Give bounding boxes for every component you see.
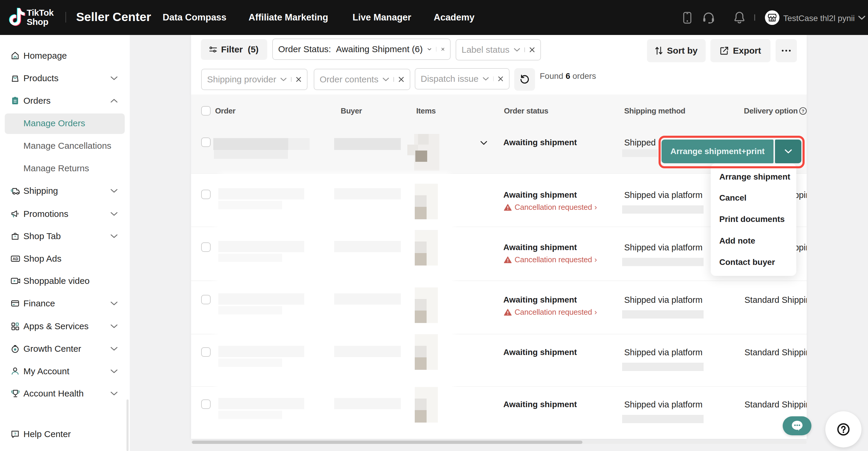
svg-text:?: ? — [14, 432, 16, 436]
svg-text:?: ? — [802, 109, 804, 114]
svg-text:AD: AD — [13, 257, 19, 261]
